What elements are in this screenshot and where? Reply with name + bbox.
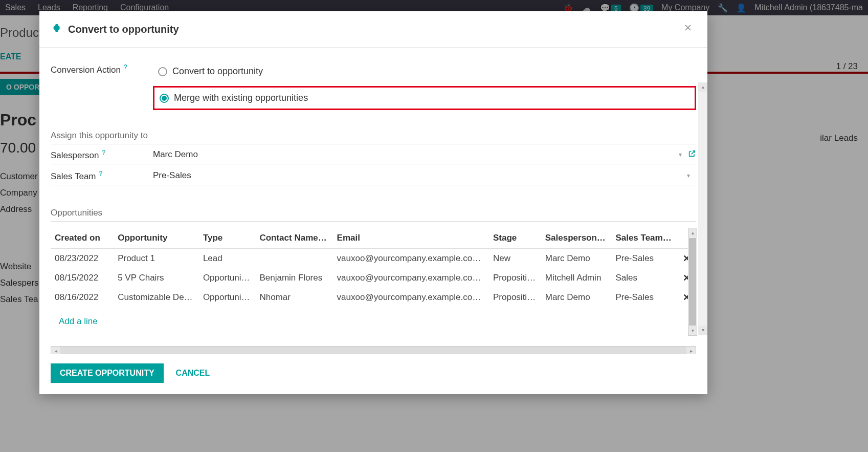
- modal-body: Conversion Action? Convert to opportunit…: [39, 48, 707, 354]
- cell-email: vauxoo@yourcompany.example.co…: [333, 268, 489, 288]
- salesperson-label: Salesperson?: [51, 148, 153, 161]
- cell-salesperson: Marc Demo: [541, 249, 612, 269]
- salesperson-field[interactable]: Marc Demo: [153, 149, 673, 160]
- col-type-header[interactable]: Type: [199, 228, 256, 249]
- col-salesteam-header[interactable]: Sales Team…: [611, 228, 677, 249]
- modal-title: Convert to opportunity: [68, 24, 179, 35]
- cell-salesperson: Mitchell Admin: [541, 268, 612, 288]
- radio-convert[interactable]: Convert to opportunity: [153, 63, 696, 80]
- add-line-button[interactable]: Add a line: [55, 311, 692, 332]
- cell-opportunity: Customizable De…: [114, 288, 199, 307]
- cell-created: 08/16/2022: [51, 288, 114, 307]
- external-link-icon[interactable]: [688, 149, 696, 160]
- chevron-down-icon[interactable]: ▾: [687, 172, 690, 179]
- conversion-action-label: Conversion Action?: [51, 63, 153, 75]
- cell-created: 08/15/2022: [51, 268, 114, 288]
- scroll-up-icon[interactable]: ▴: [698, 82, 707, 92]
- modal-footer: CREATE OPPORTUNITY CANCEL: [39, 354, 707, 394]
- scroll-up-icon[interactable]: ▴: [688, 228, 697, 238]
- highlight-box: Merge with existing opportunities: [153, 86, 696, 110]
- chevron-down-icon[interactable]: ▾: [679, 151, 682, 158]
- col-created-header[interactable]: Created on: [51, 228, 114, 249]
- cell-type: Lead: [199, 249, 256, 269]
- opportunities-table-wrap: Created on Opportunity Type Contact Name…: [51, 228, 696, 336]
- radio-icon: [158, 67, 167, 76]
- cell-opportunity: Product 1: [114, 249, 199, 269]
- help-icon[interactable]: ?: [102, 149, 106, 156]
- cell-type: Opportuni…: [199, 288, 256, 307]
- table-row[interactable]: 08/23/2022 Product 1 Lead vauxoo@yourcom…: [51, 249, 696, 269]
- cell-stage: Propositi…: [489, 268, 541, 288]
- scroll-right-icon[interactable]: ▸: [686, 348, 696, 354]
- scroll-down-icon[interactable]: ▾: [688, 326, 697, 335]
- cell-salesteam: Pre-Sales: [611, 249, 677, 269]
- opportunities-section-header: Opportunities: [51, 208, 696, 222]
- col-contact-header[interactable]: Contact Name…: [255, 228, 332, 249]
- radio-merge[interactable]: Merge with existing opportunities: [159, 90, 420, 106]
- cell-created: 08/23/2022: [51, 249, 114, 269]
- radio-icon: [160, 94, 169, 103]
- cell-contact: Nhomar: [255, 288, 332, 307]
- cell-stage: Propositi…: [489, 288, 541, 307]
- cell-email: vauxoo@yourcompany.example.co…: [333, 249, 489, 269]
- bug-icon: [52, 23, 62, 36]
- salesteam-field[interactable]: Pre-Sales: [153, 170, 681, 181]
- col-email-header[interactable]: Email: [333, 228, 489, 249]
- table-row[interactable]: 08/16/2022 Customizable De… Opportuni… N…: [51, 288, 696, 307]
- cell-salesperson: Marc Demo: [541, 288, 612, 307]
- cell-salesteam: Pre-Sales: [611, 288, 677, 307]
- modal-header: Convert to opportunity: [39, 11, 707, 48]
- col-salesperson-header[interactable]: Salesperson…: [541, 228, 612, 249]
- modal-vertical-scrollbar[interactable]: ▴ ▾: [698, 82, 707, 335]
- cell-contact: Benjamin Flores: [255, 268, 332, 288]
- opportunities-table: Created on Opportunity Type Contact Name…: [51, 228, 696, 336]
- horizontal-scrollbar[interactable]: ◂ ▸: [51, 346, 696, 354]
- scroll-thumb[interactable]: [689, 238, 696, 326]
- cell-salesteam: Sales: [611, 268, 677, 288]
- close-icon[interactable]: [681, 20, 695, 38]
- convert-opportunity-modal: Convert to opportunity Conversion Action…: [39, 11, 707, 394]
- assign-section-header: Assign this opportunity to: [51, 131, 696, 144]
- cell-stage: New: [489, 249, 541, 269]
- cell-type: Opportuni…: [199, 268, 256, 288]
- table-row[interactable]: 08/15/2022 5 VP Chairs Opportuni… Benjam…: [51, 268, 696, 288]
- scroll-track[interactable]: [60, 347, 686, 354]
- salesteam-label: Sales Team?: [51, 169, 153, 182]
- cell-contact: [255, 249, 332, 269]
- radio-convert-label: Convert to opportunity: [172, 66, 263, 77]
- help-icon[interactable]: ?: [99, 170, 103, 177]
- col-stage-header[interactable]: Stage: [489, 228, 541, 249]
- scroll-left-icon[interactable]: ◂: [51, 348, 60, 354]
- cell-email: vauxoo@yourcompany.example.co…: [333, 288, 489, 307]
- col-opportunity-header[interactable]: Opportunity: [114, 228, 199, 249]
- cell-opportunity: 5 VP Chairs: [114, 268, 199, 288]
- cancel-button[interactable]: CANCEL: [176, 369, 210, 378]
- radio-merge-label: Merge with existing opportunities: [174, 93, 308, 103]
- table-vertical-scrollbar[interactable]: ▴ ▾: [688, 228, 697, 336]
- scroll-down-icon[interactable]: ▾: [698, 326, 707, 335]
- help-icon[interactable]: ?: [124, 63, 127, 71]
- create-opportunity-button[interactable]: CREATE OPPORTUNITY: [51, 363, 164, 383]
